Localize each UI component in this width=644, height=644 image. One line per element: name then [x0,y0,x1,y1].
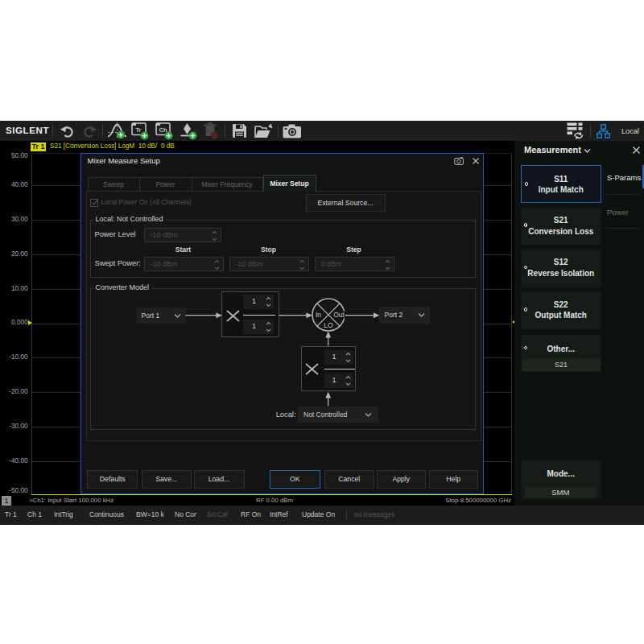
svg-text:Tr: Tr [135,126,141,134]
